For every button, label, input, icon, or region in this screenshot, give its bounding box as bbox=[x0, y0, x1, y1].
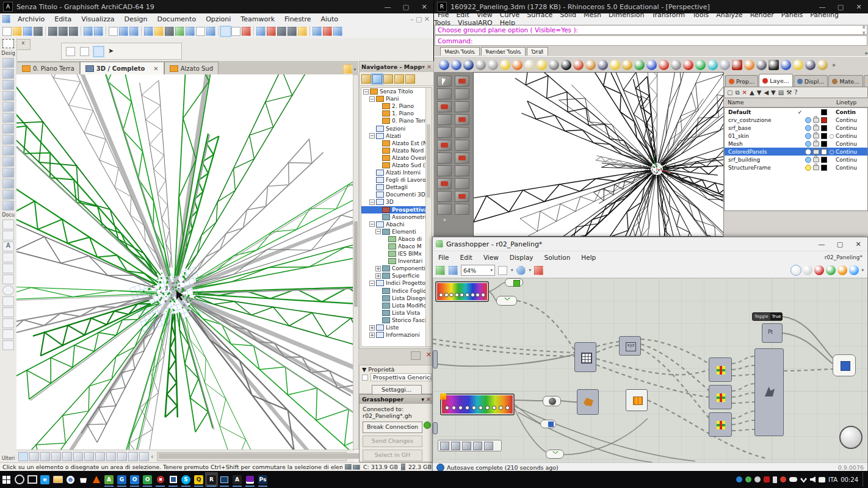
slab-tool-icon[interactable] bbox=[2, 113, 14, 123]
fill-tool-icon[interactable] bbox=[2, 264, 14, 273]
construct-point-component[interactable]: Pt bbox=[762, 323, 783, 343]
tree-item[interactable]: −3D bbox=[361, 198, 432, 206]
tree-item[interactable]: Lista Disegni bbox=[361, 295, 432, 302]
publisher-icon[interactable] bbox=[405, 74, 415, 84]
sphere-param-node[interactable] bbox=[543, 396, 561, 406]
layer-name[interactable]: Default bbox=[725, 109, 796, 115]
rhino-toolbox-icon-18[interactable] bbox=[437, 191, 452, 202]
half-preview-icon[interactable] bbox=[837, 265, 847, 275]
tray-chat-icon[interactable] bbox=[819, 477, 825, 483]
tree-item[interactable]: Alzato Ovest bbox=[361, 154, 432, 162]
tree-item[interactable]: +Componenti bbox=[361, 265, 432, 272]
layer-linetype[interactable]: Continu bbox=[836, 125, 867, 131]
taskbar-chrome-icon[interactable] bbox=[64, 472, 77, 487]
cut-icon[interactable] bbox=[48, 27, 57, 36]
rhino-tool-icon-3[interactable] bbox=[476, 60, 486, 70]
shaded-preview-icon[interactable] bbox=[791, 265, 801, 275]
taskbar-skype-icon[interactable]: S bbox=[179, 472, 192, 487]
taskbar-file-explorer-icon[interactable] bbox=[51, 472, 64, 487]
rhino-tool-icon-15[interactable] bbox=[622, 60, 632, 70]
dimension-tool-icon[interactable] bbox=[2, 220, 14, 229]
layer-lock-icon[interactable] bbox=[812, 118, 820, 123]
circle-tool-icon[interactable] bbox=[2, 285, 14, 295]
pan-icon[interactable] bbox=[84, 452, 94, 461]
taskbar-photos-icon[interactable] bbox=[218, 472, 231, 487]
no-preview-icon[interactable] bbox=[814, 265, 824, 275]
orbit-icon[interactable] bbox=[95, 452, 105, 461]
taskbar-app-g-icon[interactable]: G bbox=[115, 472, 128, 487]
zoom-percent-icon[interactable] bbox=[51, 452, 61, 461]
close2-icon[interactable]: ✕ bbox=[426, 351, 432, 359]
tree-item[interactable]: 0. Piano Terr bbox=[361, 117, 432, 124]
menu-item[interactable]: Solution bbox=[539, 253, 576, 262]
tree-expand-icon[interactable]: − bbox=[369, 281, 375, 286]
rhino-toolbox-icon-13[interactable] bbox=[455, 152, 469, 163]
filter-icon[interactable]: ▼ bbox=[771, 89, 776, 96]
grasshopper-titlebar[interactable]: Grasshopper - r02_Paneling* — ▢ ✕ bbox=[433, 237, 867, 251]
layer-color-swatch[interactable] bbox=[820, 157, 828, 163]
menu-item[interactable]: Edita bbox=[49, 14, 76, 24]
rhino-tool-icon-0[interactable] bbox=[439, 60, 449, 70]
taskbar-edge-icon[interactable]: e bbox=[38, 472, 51, 487]
tree-item[interactable]: Alzato Nord bbox=[361, 147, 432, 154]
tab-bar-options[interactable]: ▾ bbox=[340, 64, 358, 74]
paste-icon[interactable] bbox=[69, 27, 78, 36]
panel-tab-lights[interactable]: Lights bbox=[864, 75, 868, 87]
layer-row[interactable]: crv_costruzioneContinu bbox=[725, 116, 867, 124]
layer-material-icon[interactable]: ○ bbox=[828, 133, 836, 139]
tree-expand-icon[interactable]: + bbox=[369, 332, 375, 338]
snap-icon[interactable] bbox=[154, 27, 164, 36]
rhino-tool-icon-5[interactable] bbox=[500, 60, 510, 70]
pick-icon[interactable] bbox=[119, 27, 128, 36]
marquee2-tool-icon[interactable] bbox=[80, 47, 89, 56]
isotrim-component[interactable] bbox=[574, 342, 596, 372]
dock-icon[interactable] bbox=[411, 351, 421, 360]
tray-battery-icon[interactable] bbox=[773, 476, 777, 483]
layer-visibility-icon[interactable] bbox=[804, 125, 812, 131]
tree-expand-icon[interactable]: + bbox=[375, 266, 381, 271]
menu-item[interactable]: Archivio bbox=[13, 14, 49, 24]
layer-color-swatch[interactable] bbox=[820, 117, 828, 123]
tree-expand-icon[interactable]: − bbox=[369, 133, 375, 138]
menu-item[interactable]: Render bbox=[747, 10, 778, 20]
save-file-icon[interactable] bbox=[449, 266, 458, 275]
parent-icon[interactable]: ◀ bbox=[764, 89, 769, 96]
layer-current-cell[interactable]: ✓ bbox=[796, 109, 804, 115]
help-icon[interactable]: ? bbox=[794, 89, 797, 96]
tree-item[interactable]: −Indici Progetto bbox=[361, 279, 432, 287]
menu-item[interactable]: Visualizza bbox=[76, 14, 119, 24]
menu-item[interactable]: Edit bbox=[455, 253, 478, 262]
break-connection-button[interactable]: Break Connection bbox=[363, 422, 422, 433]
tree-item[interactable]: −Elementi bbox=[361, 228, 432, 235]
rhino-tool-icon-1[interactable] bbox=[451, 60, 461, 70]
collapse-arrow-icon[interactable]: ▼ bbox=[362, 366, 366, 373]
rhino-tool-icon-27[interactable] bbox=[769, 60, 779, 70]
rhino-tool-icon-14[interactable] bbox=[610, 60, 620, 70]
toolbar-tab[interactable]: Render Tools bbox=[481, 47, 526, 56]
boolean-toggle-node[interactable]: ToggleTrue bbox=[752, 312, 783, 321]
language-indicator[interactable]: ITA bbox=[828, 476, 837, 483]
minimize-icon[interactable]: — bbox=[378, 0, 397, 13]
layer-color-swatch[interactable] bbox=[820, 125, 828, 131]
rhino-tool-icon-24[interactable] bbox=[732, 60, 742, 70]
rhino-toolbox-icon-15[interactable] bbox=[455, 165, 469, 176]
nav-hscrollbar[interactable] bbox=[157, 452, 346, 461]
layer-color-swatch[interactable] bbox=[820, 165, 828, 171]
layer-name[interactable]: srf_base bbox=[725, 125, 796, 131]
maximize-icon[interactable]: ▢ bbox=[831, 237, 849, 251]
tree-item[interactable]: Lista Vista bbox=[361, 309, 432, 317]
rhino-tool-icon-29[interactable] bbox=[793, 60, 803, 70]
rhino-tool-icon-25[interactable] bbox=[744, 60, 754, 70]
hotspot-tool-icon[interactable] bbox=[2, 318, 14, 328]
zoom-sel-icon[interactable] bbox=[128, 452, 138, 461]
figure-tool-icon[interactable] bbox=[2, 329, 14, 339]
save-icon[interactable] bbox=[23, 27, 32, 36]
project-chooser-icon[interactable] bbox=[361, 74, 371, 84]
tree-item[interactable]: +Superficie bbox=[361, 272, 432, 279]
param-node-g[interactable] bbox=[540, 420, 556, 428]
menu-item[interactable]: Transform bbox=[648, 10, 689, 20]
series-component-2[interactable] bbox=[709, 412, 732, 437]
copy-layer-icon[interactable]: ⧉ bbox=[735, 89, 739, 96]
rhino-toolbox-icon-7[interactable] bbox=[455, 114, 469, 125]
tree-item[interactable]: −Abachi bbox=[361, 221, 432, 228]
